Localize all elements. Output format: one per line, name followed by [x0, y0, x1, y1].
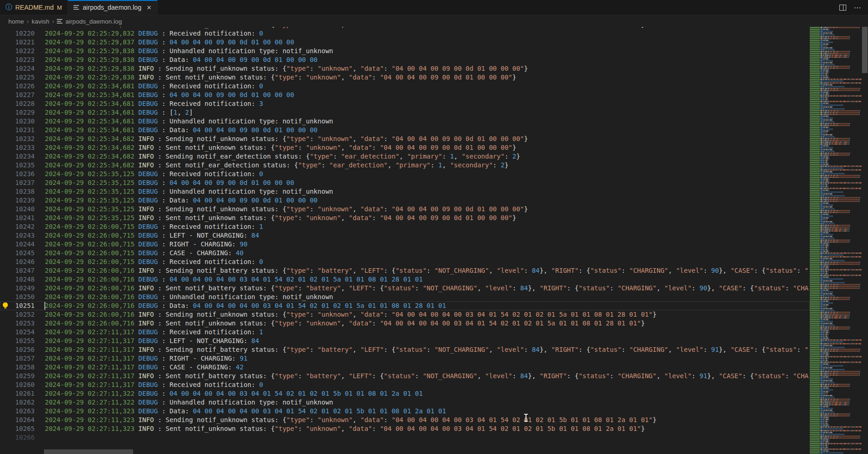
log-line[interactable]: 102652024-09-29 02:27:11,323 INFO : Sent…	[0, 424, 810, 433]
line-number[interactable]: 10220	[0, 29, 35, 38]
log-line[interactable]: 102432024-09-29 02:26:00,715 DEBUG : LEF…	[0, 231, 810, 240]
lightbulb-icon[interactable]	[2, 302, 8, 309]
line-number[interactable]: 10224	[0, 64, 35, 73]
log-line[interactable]: 102272024-09-29 02:25:34,681 DEBUG : 04 …	[0, 91, 810, 99]
tab-readme[interactable]: ⓘ README.md M	[0, 0, 68, 15]
log-line[interactable]: 102352024-09-29 02:25:34,682 INFO : Sent…	[0, 161, 810, 170]
split-editor-icon[interactable]	[839, 5, 846, 11]
line-number[interactable]: 10223	[0, 55, 35, 64]
line-number[interactable]: 10237	[0, 178, 35, 187]
line-number[interactable]: 10254	[0, 328, 35, 337]
line-number[interactable]: 10235	[0, 161, 35, 170]
log-line[interactable]: 102242024-09-29 02:25:29,838 INFO : Send…	[0, 64, 810, 73]
minimap[interactable]	[810, 27, 862, 454]
line-number[interactable]: 10257	[0, 354, 35, 363]
log-line[interactable]: 102522024-09-29 02:26:00,716 INFO : Send…	[0, 310, 810, 319]
log-line[interactable]: 102202024-09-29 02:25:29,832 DEBUG : Rec…	[0, 29, 810, 38]
line-number[interactable]: 10233	[0, 143, 35, 152]
line-number[interactable]: 10229	[0, 108, 35, 117]
breadcrumb-item-kavish[interactable]: kavish	[31, 18, 49, 25]
line-number[interactable]: 10243	[0, 231, 35, 240]
log-line[interactable]: 102392024-09-29 02:25:35,125 DEBUG : Dat…	[0, 196, 810, 205]
log-line[interactable]: 102582024-09-29 02:27:11,317 DEBUG : CAS…	[0, 363, 810, 372]
log-line[interactable]: 102212024-09-29 02:25:29,837 DEBUG : 04 …	[0, 38, 810, 47]
log-line[interactable]: 102262024-09-29 02:25:34,681 DEBUG : Rec…	[0, 82, 810, 91]
log-line[interactable]: 102222024-09-29 02:25:29,838 DEBUG : Unh…	[0, 47, 810, 55]
log-line[interactable]: 102452024-09-29 02:26:00,715 DEBUG : CAS…	[0, 249, 810, 258]
vertical-scrollbar-thumb[interactable]	[862, 27, 868, 73]
log-line[interactable]: 102342024-09-29 02:25:34,682 INFO : Send…	[0, 152, 810, 161]
line-number[interactable]: 10263	[0, 407, 35, 416]
log-line[interactable]: 102302024-09-29 02:25:34,681 DEBUG : Unh…	[0, 117, 810, 126]
line-number[interactable]: 10265	[0, 424, 35, 433]
line-number[interactable]: 10221	[0, 38, 35, 47]
horizontal-scrollbar-thumb[interactable]	[44, 449, 133, 454]
line-number[interactable]: 10247	[0, 266, 35, 275]
log-line[interactable]: 102632024-09-29 02:27:11,323 DEBUG : Dat…	[0, 407, 810, 416]
line-number[interactable]: 10232	[0, 135, 35, 143]
log-line[interactable]: 102372024-09-29 02:25:35,125 DEBUG : 04 …	[0, 178, 810, 187]
line-number[interactable]: 10253	[0, 319, 35, 328]
line-number[interactable]: 10234	[0, 152, 35, 161]
vertical-scrollbar[interactable]	[862, 27, 868, 454]
line-number[interactable]: 10260	[0, 380, 35, 389]
log-line[interactable]: 102332024-09-29 02:25:34,682 INFO : Sent…	[0, 143, 810, 152]
log-line[interactable]: 102312024-09-29 02:25:34,681 DEBUG : Dat…	[0, 126, 810, 135]
log-line[interactable]: 102252024-09-29 02:25:29,838 INFO : Sent…	[0, 73, 810, 82]
line-number[interactable]: 10240	[0, 205, 35, 214]
log-line[interactable]: 102442024-09-29 02:26:00,715 DEBUG : RIG…	[0, 240, 810, 249]
log-line[interactable]: 102602024-09-29 02:27:11,317 DEBUG : Rec…	[0, 380, 810, 389]
log-line[interactable]: 102552024-09-29 02:27:11,317 DEBUG : LEF…	[0, 337, 810, 345]
log-line[interactable]: 102532024-09-29 02:26:00,716 INFO : Sent…	[0, 319, 810, 328]
log-line[interactable]: 102642024-09-29 02:27:11,323 INFO : Send…	[0, 416, 810, 424]
log-line[interactable]: 102462024-09-29 02:26:00,715 DEBUG : Rec…	[0, 258, 810, 266]
log-line[interactable]: 102412024-09-29 02:25:35,125 INFO : Sent…	[0, 214, 810, 222]
horizontal-scrollbar[interactable]	[0, 449, 810, 454]
log-line[interactable]: 102482024-09-29 02:26:00,716 DEBUG : 04 …	[0, 275, 810, 284]
line-number[interactable]: 10258	[0, 363, 35, 372]
line-number[interactable]: 10256	[0, 345, 35, 354]
log-line[interactable]: 102232024-09-29 02:25:29,838 DEBUG : Dat…	[0, 55, 810, 64]
line-number[interactable]: 10244	[0, 240, 35, 249]
line-number[interactable]: 10252	[0, 310, 35, 319]
log-line[interactable]: 102402024-09-29 02:25:35,125 INFO : Send…	[0, 205, 810, 214]
line-number[interactable]: 10225	[0, 73, 35, 82]
line-number[interactable]: 10261	[0, 389, 35, 398]
line-number[interactable]: 10248	[0, 275, 35, 284]
line-number[interactable]: 10231	[0, 126, 35, 135]
close-icon[interactable]: ✕	[147, 4, 152, 11]
log-line[interactable]: 102512024-09-29 02:26:00,716 DEBUG : Dat…	[0, 301, 810, 310]
log-line[interactable]: 102502024-09-29 02:26:00,716 DEBUG : Unh…	[0, 293, 810, 301]
log-line[interactable]: 102322024-09-29 02:25:34,682 INFO : Send…	[0, 135, 810, 143]
log-line[interactable]: 102562024-09-29 02:27:11,317 INFO : Send…	[0, 345, 810, 354]
log-line[interactable]: 102592024-09-29 02:27:11,317 INFO : Sent…	[0, 372, 810, 380]
line-number[interactable]: 10239	[0, 196, 35, 205]
line-number[interactable]: 10236	[0, 170, 35, 178]
line-number[interactable]: 10250	[0, 293, 35, 301]
breadcrumb-item-file[interactable]: airpods_daemon.log	[57, 18, 122, 25]
more-actions-icon[interactable]: ⋯	[854, 3, 862, 12]
line-number[interactable]: 10226	[0, 82, 35, 91]
line-number[interactable]: 10266	[0, 433, 35, 442]
log-line[interactable]: 102382024-09-29 02:25:35,125 DEBUG : Unh…	[0, 187, 810, 196]
log-lines-viewport[interactable]: 2024-09-29 02:25:29,832 INFO : Sent noti…	[0, 27, 810, 454]
breadcrumb-item-home[interactable]: home	[8, 18, 24, 25]
log-line[interactable]: 102472024-09-29 02:26:00,716 INFO : Send…	[0, 266, 810, 275]
log-line[interactable]: 102422024-09-29 02:26:00,715 DEBUG : Rec…	[0, 222, 810, 231]
line-number[interactable]: 10249	[0, 284, 35, 293]
line-number[interactable]: 10227	[0, 91, 35, 99]
line-number[interactable]: 10228	[0, 99, 35, 108]
log-line[interactable]: 102292024-09-29 02:25:34,681 DEBUG : [1,…	[0, 108, 810, 117]
line-number[interactable]: 10230	[0, 117, 35, 126]
log-line[interactable]: 102572024-09-29 02:27:11,317 DEBUG : RIG…	[0, 354, 810, 363]
log-line[interactable]: 102282024-09-29 02:25:34,681 DEBUG : Rec…	[0, 99, 810, 108]
line-number[interactable]: 10255	[0, 337, 35, 345]
tab-airpods-daemon-log[interactable]: airpods_daemon.log ✕	[68, 0, 158, 15]
log-line[interactable]: 102612024-09-29 02:27:11,322 DEBUG : 04 …	[0, 389, 810, 398]
line-number[interactable]: 10245	[0, 249, 35, 258]
log-line[interactable]: 10266	[0, 433, 810, 442]
line-number[interactable]: 10242	[0, 222, 35, 231]
line-number[interactable]: 10246	[0, 258, 35, 266]
line-number[interactable]: 10222	[0, 47, 35, 55]
line-number[interactable]: 10264	[0, 416, 35, 424]
